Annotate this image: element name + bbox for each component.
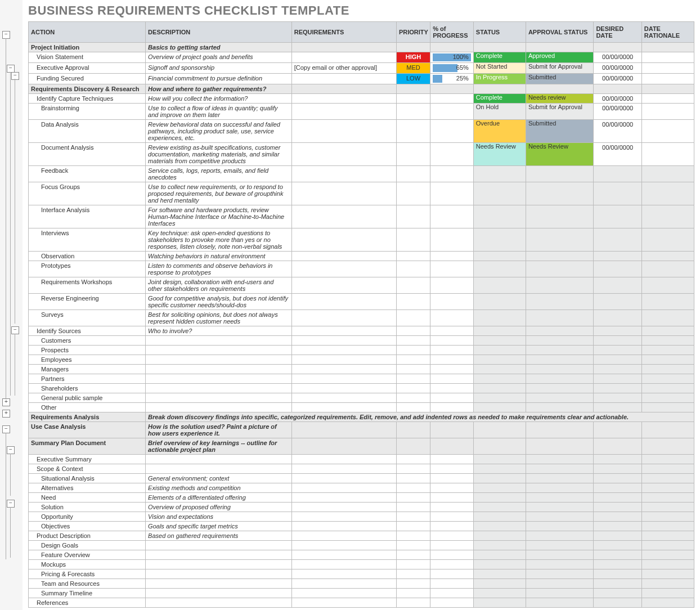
cell[interactable] (594, 365, 641, 374)
table-row[interactable]: Product DescriptionBased on gathered req… (29, 531, 694, 541)
cell[interactable] (473, 541, 526, 550)
date-cell[interactable]: 00/00/0000 (594, 63, 641, 74)
cell[interactable] (473, 464, 526, 474)
cell[interactable] (430, 598, 474, 608)
cell[interactable] (146, 579, 292, 589)
status-cell[interactable]: Complete (473, 94, 526, 104)
cell[interactable] (526, 43, 593, 52)
cell[interactable] (641, 74, 694, 84)
cell[interactable]: Basics to getting started (146, 43, 292, 52)
cell[interactable]: Use Case Analysis (29, 422, 146, 438)
cell[interactable] (291, 143, 396, 166)
cell[interactable] (641, 261, 694, 277)
progress-cell[interactable]: 100% (430, 52, 474, 63)
cell[interactable] (146, 403, 292, 412)
cell[interactable] (396, 598, 430, 608)
cell[interactable] (396, 261, 430, 277)
cell[interactable]: Surveys (29, 310, 146, 326)
cell[interactable] (430, 589, 474, 598)
cell[interactable] (473, 205, 526, 228)
cell[interactable] (526, 346, 593, 355)
table-row[interactable]: AlternativesExisting methods and competi… (29, 483, 694, 493)
cell[interactable] (641, 483, 694, 493)
cell[interactable] (430, 336, 474, 346)
cell[interactable] (430, 94, 474, 104)
col-requirements[interactable]: REQUIREMENTS (291, 22, 396, 43)
cell[interactable] (594, 277, 641, 294)
cell[interactable] (146, 550, 292, 560)
cell[interactable] (291, 569, 396, 579)
cell[interactable] (641, 422, 694, 438)
cell[interactable]: Employees (29, 355, 146, 365)
cell[interactable] (430, 277, 474, 294)
cell[interactable]: Situational Analysis (29, 474, 146, 483)
cell[interactable] (641, 182, 694, 205)
cell[interactable] (641, 598, 694, 608)
cell[interactable] (473, 531, 526, 541)
priority-cell[interactable]: LOW (396, 74, 430, 84)
cell[interactable] (396, 336, 430, 346)
table-row[interactable]: ObjectivesGoals and specific target metr… (29, 522, 694, 531)
cell[interactable]: Focus Groups (29, 182, 146, 205)
cell[interactable] (430, 252, 474, 261)
cell[interactable] (594, 326, 641, 336)
cell[interactable] (526, 503, 593, 512)
cell[interactable] (291, 474, 396, 483)
cell[interactable]: Observation (29, 252, 146, 261)
cell[interactable] (473, 569, 526, 579)
cell[interactable] (526, 403, 593, 412)
cell[interactable] (396, 143, 430, 166)
cell[interactable] (526, 522, 593, 531)
cell[interactable]: Who to involve? (146, 326, 292, 336)
cell[interactable] (594, 522, 641, 531)
cell[interactable] (594, 166, 641, 182)
cell[interactable]: Identify Capture Techniques (29, 94, 146, 104)
cell[interactable] (291, 550, 396, 560)
table-row[interactable]: Interviews Key technique: ask open-ended… (29, 228, 694, 252)
cell[interactable] (594, 541, 641, 550)
table-row[interactable]: Funding Secured Financial commitment to … (29, 74, 694, 84)
cell[interactable] (594, 403, 641, 412)
cell[interactable] (641, 120, 694, 143)
cell[interactable] (430, 579, 474, 589)
cell[interactable] (473, 455, 526, 464)
cell[interactable]: Other (29, 403, 146, 412)
approval-cell[interactable]: Submit for Approval (526, 104, 593, 120)
cell[interactable] (396, 84, 430, 94)
cell[interactable] (526, 374, 593, 384)
col-date[interactable]: DESIRED DATE (594, 22, 641, 43)
cell[interactable]: Reverse Engineering (29, 294, 146, 310)
status-cell[interactable]: Overdue (473, 120, 526, 143)
cell[interactable] (146, 336, 292, 346)
cell[interactable]: How is the solution used? Paint a pictur… (146, 422, 292, 438)
table-row[interactable]: Employees (29, 355, 694, 365)
cell[interactable] (146, 346, 292, 355)
cell[interactable] (473, 228, 526, 252)
cell[interactable] (430, 84, 474, 94)
cell[interactable] (641, 310, 694, 326)
table-row[interactable]: Executive Approval Signoff and sponsorsh… (29, 63, 694, 74)
table-row[interactable]: Pricing & Forecasts (29, 569, 694, 579)
cell[interactable]: Prospects (29, 346, 146, 355)
cell[interactable] (291, 393, 396, 403)
cell[interactable] (594, 483, 641, 493)
table-row[interactable]: General public sample (29, 393, 694, 403)
cell[interactable] (291, 403, 396, 412)
cell[interactable] (396, 374, 430, 384)
cell[interactable] (594, 384, 641, 393)
col-description[interactable]: DESCRIPTION (146, 22, 292, 43)
outline-toggle[interactable]: − (7, 65, 15, 73)
cell[interactable] (641, 252, 694, 261)
cell[interactable] (641, 541, 694, 550)
cell[interactable] (291, 384, 396, 393)
cell[interactable] (473, 43, 526, 52)
table-row[interactable]: Prototypes Listen to comments and observ… (29, 261, 694, 277)
cell[interactable] (430, 104, 474, 120)
cell[interactable] (641, 589, 694, 598)
section-row[interactable]: Summary Plan Document Brief overview of … (29, 438, 694, 455)
cell[interactable] (473, 310, 526, 326)
cell[interactable]: Use to collect a flow of ideas in quanti… (146, 104, 292, 120)
cell[interactable] (641, 104, 694, 120)
cell[interactable] (430, 294, 474, 310)
cell[interactable] (430, 261, 474, 277)
